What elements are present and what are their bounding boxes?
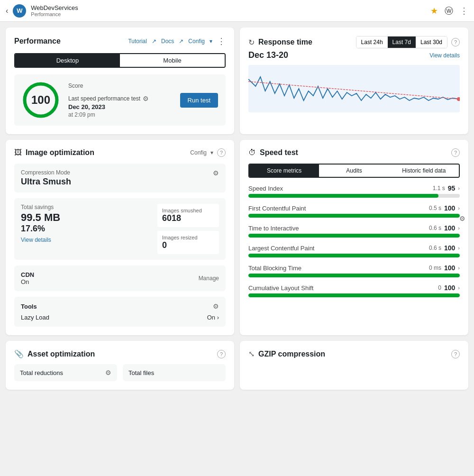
images-smushed-box: Images smushed 6018 — [157, 204, 219, 227]
docs-link[interactable]: Docs — [161, 38, 174, 45]
device-toggle[interactable]: Desktop Mobile — [14, 53, 226, 68]
speed-test-card: ⏱ Speed test ? Score metrics Audits Hist… — [240, 140, 468, 335]
back-button[interactable]: ‹ — [6, 7, 8, 15]
filter-30d[interactable]: Last 30d — [416, 37, 447, 48]
cls-fill — [248, 293, 460, 297]
compression-settings-icon[interactable]: ⚙ — [213, 169, 219, 177]
speedometer-icon: ⏱ — [248, 148, 256, 157]
tutorial-link[interactable]: Tutorial — [128, 38, 147, 45]
run-test-button[interactable]: Run test — [180, 93, 218, 108]
savings-box: Total savings 99.5 MB 17.6% View details… — [14, 198, 226, 260]
gzip-header: ⤡ GZIP compression — [248, 349, 325, 358]
metric-cls: Cumulative Layout Shift 0 100 › — [248, 284, 460, 297]
response-date-row: Dec 13-20 View details — [248, 50, 460, 60]
performance-dots-menu[interactable]: ⋮ — [217, 36, 226, 46]
speed-test-title: Speed test — [260, 148, 298, 157]
speed-index-fill — [248, 194, 438, 198]
filter-24h[interactable]: Last 24h — [356, 37, 388, 48]
star-icon[interactable]: ★ — [430, 6, 438, 16]
response-time-title: Response time — [258, 38, 312, 46]
tab-historic-field-data[interactable]: Historic field data — [389, 165, 459, 177]
gzip-title: GZIP compression — [258, 350, 325, 358]
site-avatar: W — [13, 4, 26, 18]
total-files-col: Total files — [123, 364, 226, 381]
tutorial-external-icon: ↗ — [152, 38, 156, 45]
lazy-load-status[interactable]: On › — [207, 314, 219, 321]
wordpress-icon[interactable]: ⓦ — [445, 5, 453, 17]
lcp-chevron[interactable]: › — [458, 245, 460, 251]
tbt-bar — [248, 274, 460, 277]
cls-score: 100 — [444, 284, 455, 292]
metric-fcp: First Contentful Paint 0.5 s 100 › — [248, 204, 460, 218]
image-opt-title: Image optimization — [26, 148, 94, 157]
speed-index-chevron[interactable]: › — [458, 185, 460, 191]
savings-stats: Images smushed 6018 Images resized 0 — [157, 204, 219, 254]
score-area: 100 Score Last speed performance test ⚙ … — [14, 74, 226, 126]
asset-help-icon[interactable]: ? — [217, 350, 226, 358]
total-files-label: Total files — [128, 369, 154, 376]
response-view-details[interactable]: View details — [429, 52, 460, 59]
cls-label: Cumulative Layout Shift — [248, 284, 313, 292]
config-link[interactable]: Config — [188, 38, 205, 45]
savings-main: Total savings 99.5 MB 17.6% View details… — [21, 204, 152, 254]
cls-bar — [248, 293, 460, 297]
main-grid: Performance Tutorial ↗ Docs ↗ Config ▾ ⋮… — [0, 22, 474, 395]
image-opt-header: 🖼 Image optimization Config ▾ ? — [14, 148, 226, 157]
fcp-chevron[interactable]: › — [458, 205, 460, 211]
savings-settings-icon[interactable]: ⚙ — [459, 215, 465, 222]
score-label: Score — [68, 82, 83, 89]
tti-bar — [248, 234, 460, 238]
image-config-link[interactable]: Config — [190, 149, 207, 156]
reductions-settings-icon[interactable]: ⚙ — [105, 369, 111, 376]
image-optimization-card: 🖼 Image optimization Config ▾ ? Compress… — [6, 140, 234, 335]
response-help-icon[interactable]: ? — [451, 38, 460, 46]
images-resized-value: 0 — [162, 240, 214, 250]
desktop-toggle[interactable]: Desktop — [15, 54, 120, 67]
gzip-help-icon[interactable]: ? — [451, 350, 460, 358]
images-resized-label: Images resized — [162, 235, 214, 240]
speed-tabs[interactable]: Score metrics Audits Historic field data — [248, 164, 460, 178]
last-speed-label: Last speed performance test — [68, 95, 140, 102]
savings-view-details[interactable]: View details — [21, 237, 152, 243]
tbt-time: 0 ms — [429, 265, 441, 271]
tools-settings-icon[interactable]: ⚙ — [213, 302, 219, 310]
lcp-time: 0.6 s — [429, 245, 441, 251]
total-reductions-col: Total reductions ⚙ — [14, 364, 117, 381]
compression-label: Compression Mode — [21, 169, 71, 176]
fcp-label: First Contentful Paint — [248, 205, 306, 212]
gzip-card: ⤡ GZIP compression ? — [240, 341, 468, 390]
speed-settings-icon[interactable]: ⚙ — [143, 95, 149, 102]
time-filters[interactable]: Last 24h Last 7d Last 30d — [356, 36, 447, 48]
cdn-manage-link[interactable]: Manage — [199, 275, 219, 282]
tools-box: Tools ⚙ Lazy Load On › — [14, 297, 226, 327]
mobile-toggle[interactable]: Mobile — [120, 54, 225, 67]
tab-score-metrics[interactable]: Score metrics — [249, 165, 319, 177]
compression-box: Compression Mode Ultra Smush ⚙ — [14, 164, 226, 192]
tbt-chevron[interactable]: › — [458, 265, 460, 271]
cdn-label: CDN — [21, 271, 34, 278]
image-config-dropdown[interactable]: ▾ — [210, 149, 213, 156]
tools-header: Tools ⚙ — [21, 302, 219, 310]
savings-percent: 17.6% — [21, 224, 152, 234]
tbt-label: Total Blocking Time — [248, 265, 301, 272]
cls-chevron[interactable]: › — [458, 285, 460, 291]
tab-audits[interactable]: Audits — [319, 165, 389, 177]
metrics-list: Speed Index 1.1 s 95 › First Contentful … — [248, 184, 460, 297]
tti-chevron[interactable]: › — [458, 225, 460, 231]
total-reductions-label: Total reductions — [20, 369, 63, 376]
tti-score: 100 — [444, 224, 455, 232]
topbar-menu-button[interactable]: ⋮ — [460, 6, 468, 16]
cdn-box: CDN On Manage — [14, 265, 226, 291]
site-name: WebDevServices — [31, 4, 78, 11]
tti-label: Time to Interactive — [248, 225, 299, 232]
compress-icon: ⤡ — [248, 349, 255, 358]
tbt-fill — [248, 274, 460, 277]
images-smushed-label: Images smushed — [162, 208, 214, 213]
score-value: 100 — [31, 94, 50, 106]
speed-help-icon[interactable]: ? — [451, 148, 460, 157]
filter-7d[interactable]: Last 7d — [388, 37, 416, 48]
image-help-icon[interactable]: ? — [217, 148, 226, 157]
lcp-fill — [248, 254, 460, 257]
paperclip-icon: 📎 — [14, 349, 24, 358]
speed-index-time: 1.1 s — [433, 185, 445, 192]
